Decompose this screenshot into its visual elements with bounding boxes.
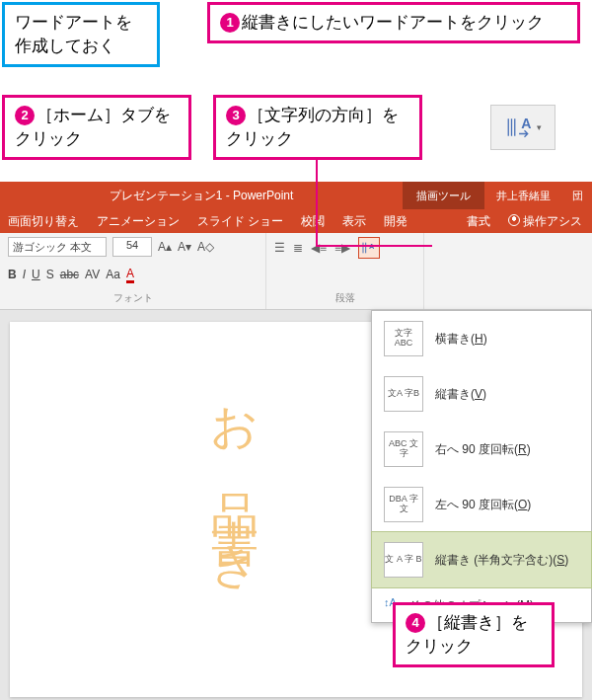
ribbon: 游ゴシック 本文 54 A▴ A▾ A◇ B I U S abc AV Aa A…	[0, 233, 592, 310]
vertical-halfwidth-icon: 文 A 字 B	[384, 542, 423, 578]
title-bar: プレゼンテーション1 - PowerPoint 描画ツール 井上香緒里 団	[0, 182, 592, 209]
tab-review[interactable]: 校閲	[301, 213, 325, 230]
horizontal-icon: 文字 ABC	[384, 321, 423, 356]
ribbon-tabs: 画面切り替え アニメーション スライド ショー 校閲 表示 開発 書式 操作アシ…	[0, 209, 592, 233]
user-name: 井上香緒里	[484, 189, 562, 203]
tab-transitions[interactable]: 画面切り替え	[8, 213, 79, 230]
rotate-left-icon: DBA 字文	[384, 487, 423, 522]
change-case-button[interactable]: Aa	[106, 268, 120, 281]
tab-animations[interactable]: アニメーション	[97, 213, 180, 230]
callout-text-2: ［ホーム］タブをクリック	[15, 106, 171, 148]
rotate-right-icon: ABC 文字	[384, 431, 423, 467]
dropdown-item-vertical[interactable]: 文A 字B 縦書き(V)	[372, 366, 591, 422]
step-number-3: 3	[226, 106, 246, 125]
text-direction-hint-icon: A ▾	[490, 105, 555, 150]
tab-format[interactable]: 書式	[467, 213, 490, 230]
font-color-button[interactable]: A	[126, 267, 134, 283]
font-group-label: フォント	[8, 291, 258, 305]
dropdown-item-horizontal[interactable]: 文字 ABC 横書き(H)	[372, 311, 591, 366]
svg-text:A: A	[521, 116, 531, 131]
underline-button[interactable]: U	[32, 268, 40, 281]
step-number-1: 1	[220, 13, 240, 33]
callout-text-3: ［文字列の方向］をクリック	[226, 106, 399, 148]
shrink-font-button[interactable]: A▾	[178, 240, 191, 254]
text-direction-dropdown: 文字 ABC 横書き(H) 文A 字B 縦書き(V) ABC 文字 右へ 90 …	[371, 310, 592, 623]
callout-step4: 4［縦書き］をクリック	[393, 602, 555, 667]
pointer-line	[316, 148, 318, 247]
dropdown-caret-icon: ▾	[537, 122, 542, 132]
shadow-button[interactable]: S	[46, 268, 54, 281]
italic-button[interactable]: I	[23, 268, 26, 281]
callout-text-1: 縦書きにしたいワードアートをクリック	[242, 13, 544, 32]
step-number-2: 2	[15, 106, 35, 125]
window-title: プレゼンテーション1 - PowerPoint	[0, 188, 403, 204]
callout-step1: 1縦書きにしたいワードアートをクリック	[207, 2, 580, 43]
wordart-vertical-text[interactable]: お品書き	[203, 373, 266, 592]
drawing-tools-label: 描画ツール	[403, 182, 484, 209]
numbering-button[interactable]: ≣	[293, 241, 303, 255]
bullets-button[interactable]: ☰	[274, 241, 285, 255]
char-spacing-button[interactable]: AV	[85, 268, 100, 281]
clear-format-button[interactable]: A◇	[197, 240, 214, 254]
callout-step3: 3［文字列の方向］をクリック	[213, 95, 422, 160]
grow-font-button[interactable]: A▴	[158, 240, 172, 254]
tab-developer[interactable]: 開発	[384, 213, 407, 230]
dropdown-item-rotate-left[interactable]: DBA 字文 左へ 90 度回転(O)	[372, 477, 591, 532]
font-group: 游ゴシック 本文 54 A▴ A▾ A◇ B I U S abc AV Aa A…	[0, 233, 266, 309]
text-direction-button[interactable]: A	[358, 237, 380, 259]
strike-button[interactable]: abc	[60, 268, 79, 281]
pointer-line	[316, 245, 432, 247]
bold-button[interactable]: B	[8, 268, 17, 281]
dropdown-item-vertical-halfwidth[interactable]: 文 A 字 B 縦書き (半角文字含む)(S)	[372, 532, 591, 587]
tab-slideshow[interactable]: スライド ショー	[197, 213, 283, 230]
callout-prep: ワードアートを作成しておく	[2, 2, 160, 67]
tell-me-assist[interactable]: 操作アシス	[508, 213, 582, 230]
indent-decrease-button[interactable]: ◀≡	[311, 241, 327, 255]
vertical-icon: 文A 字B	[384, 376, 423, 412]
paragraph-group-label: 段落	[274, 291, 415, 305]
indent-increase-button[interactable]: ≡▶	[334, 241, 350, 255]
dropdown-item-rotate-right[interactable]: ABC 文字 右へ 90 度回転(R)	[372, 422, 591, 477]
font-name-combo[interactable]: 游ゴシック 本文	[8, 237, 107, 257]
callout-step2: 2［ホーム］タブをクリック	[2, 95, 191, 160]
window-control-icon[interactable]: 団	[562, 189, 592, 203]
step-number-4: 4	[406, 613, 425, 633]
tab-view[interactable]: 表示	[342, 213, 366, 230]
font-size-combo[interactable]: 54	[112, 237, 152, 257]
